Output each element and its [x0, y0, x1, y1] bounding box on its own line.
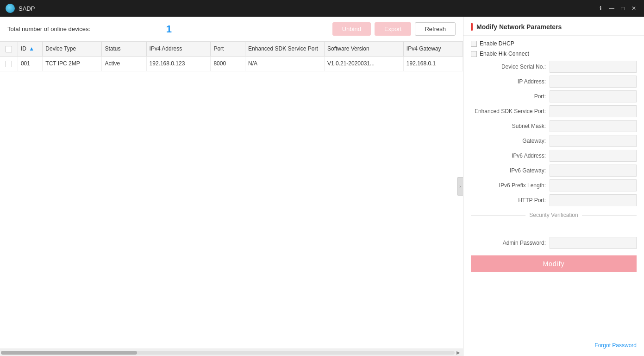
input-ipv6-address[interactable] — [550, 150, 637, 162]
field-ipv6-gateway: IPv6 Gateway: — [471, 165, 637, 177]
input-http-port[interactable] — [550, 194, 637, 206]
app-logo — [6, 4, 15, 13]
field-port: Port: — [471, 90, 637, 102]
input-sdk-port[interactable] — [550, 105, 637, 117]
field-gateway: Gateway: — [471, 135, 637, 147]
minimize-button[interactable]: — — [607, 4, 616, 13]
info-button[interactable]: ℹ — [596, 4, 605, 13]
cell-id: 001 — [18, 56, 42, 71]
field-serial-no: Device Serial No.: — [471, 61, 637, 73]
security-divider: Security Verification — [471, 212, 637, 218]
input-port[interactable] — [550, 90, 637, 102]
header-sdk-port[interactable]: Enhanced SDK Service Port — [245, 42, 325, 56]
right-panel-title: Modify Network Parameters — [463, 17, 644, 36]
sort-arrow-id: ▲ — [29, 45, 34, 52]
enable-dhcp-label: Enable DHCP — [480, 40, 514, 47]
label-ip-address: IP Address: — [471, 78, 550, 85]
input-serial-no[interactable] — [550, 61, 637, 73]
cell-sw-version: V1.0.21-2020031... — [324, 56, 403, 71]
field-ip-address: IP Address: — [471, 76, 637, 88]
header-sw-version[interactable]: Software Version — [324, 42, 403, 56]
hik-checkbox-row: Enable Hik-Connect — [471, 51, 637, 57]
enable-dhcp-checkbox[interactable] — [471, 41, 477, 47]
cell-status: Active — [102, 56, 146, 71]
label-gateway: Gateway: — [471, 138, 550, 144]
modify-button[interactable]: Modify — [471, 255, 637, 272]
label-admin-password: Admin Password: — [471, 240, 550, 246]
input-gateway[interactable] — [550, 135, 637, 147]
label-http-port: HTTP Port: — [471, 197, 550, 203]
app-title: SADP — [19, 5, 596, 12]
forgot-password-link[interactable]: Forgot Password — [463, 338, 644, 356]
header-device-type[interactable]: Device Type — [43, 42, 102, 56]
maximize-button[interactable]: □ — [618, 4, 627, 13]
enable-hik-label: Enable Hik-Connect — [480, 51, 529, 57]
table-header-row: ID ▲ Device Type Status IPv4 Address Por… — [0, 42, 463, 56]
left-panel: Total number of online devices: 1 Unbind… — [0, 17, 463, 356]
header-id[interactable]: ID ▲ — [18, 42, 42, 56]
header-port[interactable]: Port — [211, 42, 245, 56]
field-admin-password: Admin Password: — [471, 237, 637, 249]
input-ipv6-prefix[interactable] — [550, 179, 637, 191]
header-status[interactable]: Status — [102, 42, 146, 56]
label-serial-no: Device Serial No.: — [471, 64, 550, 70]
right-panel: Modify Network Parameters Enable DHCP En… — [463, 17, 644, 356]
field-subnet-mask: Subnet Mask: — [471, 120, 637, 132]
enable-hik-checkbox[interactable] — [471, 51, 477, 57]
toolbar: Total number of online devices: 1 Unbind… — [0, 17, 463, 42]
collapse-panel-handle[interactable]: › — [457, 177, 463, 196]
field-sdk-port: Enhanced SDK Service Port: — [471, 105, 637, 117]
cell-sdk-port: N/A — [245, 56, 325, 71]
field-http-port: HTTP Port: — [471, 194, 637, 206]
title-accent — [471, 23, 473, 31]
label-ipv6-address: IPv6 Address: — [471, 153, 550, 159]
right-panel-content: Enable DHCP Enable Hik-Connect Device Se… — [463, 36, 644, 338]
label-ipv6-prefix: IPv6 Prefix Length: — [471, 182, 550, 189]
field-ipv6-address: IPv6 Address: — [471, 150, 637, 162]
table-body: 001 TCT IPC 2MP Active 192.168.0.123 800… — [0, 56, 463, 71]
security-section-label: Security Verification — [529, 212, 578, 218]
right-panel-title-text: Modify Network Parameters — [476, 23, 562, 31]
input-ip-address[interactable] — [550, 76, 637, 88]
h-scrollbar-thumb[interactable] — [1, 351, 137, 355]
cell-device-type: TCT IPC 2MP — [43, 56, 102, 71]
unbind-button[interactable]: Unbind — [332, 22, 371, 36]
input-admin-password[interactable] — [550, 237, 637, 249]
export-button[interactable]: Export — [375, 22, 412, 36]
device-count-label: Total number of online devices: — [7, 25, 161, 32]
close-button[interactable]: ✕ — [629, 4, 638, 13]
select-all-checkbox[interactable] — [6, 46, 12, 52]
cell-ipv4-gateway: 192.168.0.1 — [403, 56, 463, 71]
h-scrollbar-track[interactable] — [1, 351, 455, 355]
title-bar: SADP ℹ — □ ✕ — [0, 0, 644, 17]
dhcp-checkbox-row: Enable DHCP — [471, 40, 637, 47]
field-ipv6-prefix: IPv6 Prefix Length: — [471, 179, 637, 191]
h-scrollbar[interactable]: ▶ — [0, 349, 463, 356]
input-subnet-mask[interactable] — [550, 120, 637, 132]
table-container: ID ▲ Device Type Status IPv4 Address Por… — [0, 42, 463, 349]
window-controls: ℹ — □ ✕ — [596, 4, 638, 13]
header-ipv4-gateway[interactable]: IPv4 Gateway — [403, 42, 463, 56]
device-count-number: 1 — [166, 23, 172, 35]
label-ipv6-gateway: IPv6 Gateway: — [471, 167, 550, 174]
label-port: Port: — [471, 93, 550, 100]
refresh-button[interactable]: Refresh — [415, 22, 456, 36]
cell-ipv4[interactable]: 192.168.0.123 — [146, 56, 211, 71]
input-ipv6-gateway[interactable] — [550, 165, 637, 177]
label-subnet-mask: Subnet Mask: — [471, 123, 550, 129]
scroll-right-arrow[interactable]: ▶ — [455, 350, 462, 355]
table-row[interactable]: 001 TCT IPC 2MP Active 192.168.0.123 800… — [0, 56, 463, 71]
row-select-checkbox[interactable] — [6, 61, 12, 67]
header-ipv4[interactable]: IPv4 Address — [146, 42, 211, 56]
device-table: ID ▲ Device Type Status IPv4 Address Por… — [0, 42, 463, 71]
cell-port: 8000 — [211, 56, 245, 71]
label-sdk-port: Enhanced SDK Service Port: — [471, 108, 550, 114]
main-layout: Total number of online devices: 1 Unbind… — [0, 17, 644, 356]
header-checkbox[interactable] — [0, 42, 18, 56]
row-checkbox[interactable] — [0, 56, 18, 71]
